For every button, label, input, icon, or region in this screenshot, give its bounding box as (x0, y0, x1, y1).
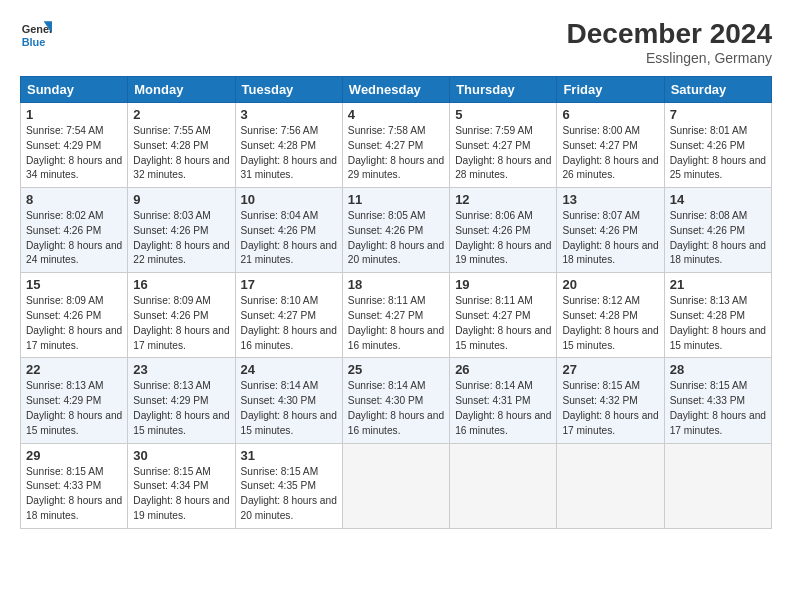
sunrise: Sunrise: 8:15 AM (670, 380, 748, 391)
day-number: 9 (133, 192, 229, 207)
sunset: Sunset: 4:26 PM (348, 225, 423, 236)
title-block: December 2024 Esslingen, Germany (567, 18, 772, 66)
daylight: Daylight: 8 hours and 18 minutes. (26, 495, 122, 521)
daylight: Daylight: 8 hours and 20 minutes. (241, 495, 337, 521)
day-number: 21 (670, 277, 766, 292)
calendar-table: Sunday Monday Tuesday Wednesday Thursday… (20, 76, 772, 529)
sunset: Sunset: 4:32 PM (562, 395, 637, 406)
calendar-week-row: 15 Sunrise: 8:09 AM Sunset: 4:26 PM Dayl… (21, 273, 772, 358)
table-row: 27 Sunrise: 8:15 AM Sunset: 4:32 PM Dayl… (557, 358, 664, 443)
table-row: 23 Sunrise: 8:13 AM Sunset: 4:29 PM Dayl… (128, 358, 235, 443)
table-row: 14 Sunrise: 8:08 AM Sunset: 4:26 PM Dayl… (664, 188, 771, 273)
day-number: 14 (670, 192, 766, 207)
daylight: Daylight: 8 hours and 15 minutes. (26, 410, 122, 436)
sunrise: Sunrise: 8:13 AM (670, 295, 748, 306)
daylight: Daylight: 8 hours and 28 minutes. (455, 155, 551, 181)
sunrise: Sunrise: 8:13 AM (26, 380, 104, 391)
calendar-week-row: 8 Sunrise: 8:02 AM Sunset: 4:26 PM Dayli… (21, 188, 772, 273)
daylight: Daylight: 8 hours and 15 minutes. (455, 325, 551, 351)
sunset: Sunset: 4:27 PM (241, 310, 316, 321)
day-info: Sunrise: 8:14 AM Sunset: 4:30 PM Dayligh… (241, 379, 337, 438)
daylight: Daylight: 8 hours and 31 minutes. (241, 155, 337, 181)
day-number: 17 (241, 277, 337, 292)
sunrise: Sunrise: 8:02 AM (26, 210, 104, 221)
daylight: Daylight: 8 hours and 17 minutes. (26, 325, 122, 351)
sunset: Sunset: 4:35 PM (241, 480, 316, 491)
sunset: Sunset: 4:30 PM (348, 395, 423, 406)
day-info: Sunrise: 8:15 AM Sunset: 4:33 PM Dayligh… (26, 465, 122, 524)
day-number: 23 (133, 362, 229, 377)
day-number: 25 (348, 362, 444, 377)
day-number: 26 (455, 362, 551, 377)
sunset: Sunset: 4:28 PM (241, 140, 316, 151)
location: Esslingen, Germany (567, 50, 772, 66)
sunset: Sunset: 4:26 PM (562, 225, 637, 236)
day-info: Sunrise: 8:00 AM Sunset: 4:27 PM Dayligh… (562, 124, 658, 183)
sunset: Sunset: 4:27 PM (348, 310, 423, 321)
daylight: Daylight: 8 hours and 16 minutes. (455, 410, 551, 436)
sunrise: Sunrise: 7:55 AM (133, 125, 211, 136)
sunset: Sunset: 4:26 PM (133, 310, 208, 321)
sunrise: Sunrise: 8:04 AM (241, 210, 319, 221)
daylight: Daylight: 8 hours and 25 minutes. (670, 155, 766, 181)
day-number: 18 (348, 277, 444, 292)
sunrise: Sunrise: 8:09 AM (133, 295, 211, 306)
daylight: Daylight: 8 hours and 18 minutes. (670, 240, 766, 266)
daylight: Daylight: 8 hours and 29 minutes. (348, 155, 444, 181)
sunrise: Sunrise: 8:11 AM (455, 295, 533, 306)
sunset: Sunset: 4:29 PM (133, 395, 208, 406)
sunset: Sunset: 4:26 PM (26, 310, 101, 321)
sunset: Sunset: 4:34 PM (133, 480, 208, 491)
day-number: 30 (133, 448, 229, 463)
table-row: 22 Sunrise: 8:13 AM Sunset: 4:29 PM Dayl… (21, 358, 128, 443)
sunset: Sunset: 4:28 PM (133, 140, 208, 151)
table-row: 6 Sunrise: 8:00 AM Sunset: 4:27 PM Dayli… (557, 103, 664, 188)
day-info: Sunrise: 8:15 AM Sunset: 4:34 PM Dayligh… (133, 465, 229, 524)
daylight: Daylight: 8 hours and 15 minutes. (241, 410, 337, 436)
day-info: Sunrise: 8:15 AM Sunset: 4:32 PM Dayligh… (562, 379, 658, 438)
sunrise: Sunrise: 8:07 AM (562, 210, 640, 221)
table-row (450, 443, 557, 528)
sunrise: Sunrise: 8:14 AM (348, 380, 426, 391)
header-friday: Friday (557, 77, 664, 103)
sunrise: Sunrise: 7:58 AM (348, 125, 426, 136)
sunrise: Sunrise: 7:54 AM (26, 125, 104, 136)
table-row: 17 Sunrise: 8:10 AM Sunset: 4:27 PM Dayl… (235, 273, 342, 358)
day-info: Sunrise: 8:06 AM Sunset: 4:26 PM Dayligh… (455, 209, 551, 268)
header-tuesday: Tuesday (235, 77, 342, 103)
day-info: Sunrise: 8:09 AM Sunset: 4:26 PM Dayligh… (133, 294, 229, 353)
sunrise: Sunrise: 7:56 AM (241, 125, 319, 136)
day-number: 28 (670, 362, 766, 377)
day-number: 27 (562, 362, 658, 377)
table-row: 24 Sunrise: 8:14 AM Sunset: 4:30 PM Dayl… (235, 358, 342, 443)
day-number: 13 (562, 192, 658, 207)
sunrise: Sunrise: 8:06 AM (455, 210, 533, 221)
day-info: Sunrise: 8:10 AM Sunset: 4:27 PM Dayligh… (241, 294, 337, 353)
daylight: Daylight: 8 hours and 16 minutes. (348, 410, 444, 436)
table-row: 7 Sunrise: 8:01 AM Sunset: 4:26 PM Dayli… (664, 103, 771, 188)
sunset: Sunset: 4:33 PM (670, 395, 745, 406)
sunrise: Sunrise: 8:12 AM (562, 295, 640, 306)
day-number: 15 (26, 277, 122, 292)
daylight: Daylight: 8 hours and 17 minutes. (562, 410, 658, 436)
sunset: Sunset: 4:30 PM (241, 395, 316, 406)
sunset: Sunset: 4:27 PM (455, 310, 530, 321)
daylight: Daylight: 8 hours and 16 minutes. (241, 325, 337, 351)
header-thursday: Thursday (450, 77, 557, 103)
sunrise: Sunrise: 8:14 AM (241, 380, 319, 391)
day-number: 19 (455, 277, 551, 292)
table-row: 25 Sunrise: 8:14 AM Sunset: 4:30 PM Dayl… (342, 358, 449, 443)
sunset: Sunset: 4:27 PM (455, 140, 530, 151)
daylight: Daylight: 8 hours and 17 minutes. (133, 325, 229, 351)
table-row: 29 Sunrise: 8:15 AM Sunset: 4:33 PM Dayl… (21, 443, 128, 528)
day-info: Sunrise: 8:14 AM Sunset: 4:30 PM Dayligh… (348, 379, 444, 438)
day-number: 7 (670, 107, 766, 122)
logo: General Blue (20, 18, 52, 50)
sunrise: Sunrise: 8:13 AM (133, 380, 211, 391)
sunrise: Sunrise: 8:03 AM (133, 210, 211, 221)
table-row: 30 Sunrise: 8:15 AM Sunset: 4:34 PM Dayl… (128, 443, 235, 528)
calendar-week-row: 29 Sunrise: 8:15 AM Sunset: 4:33 PM Dayl… (21, 443, 772, 528)
day-info: Sunrise: 8:09 AM Sunset: 4:26 PM Dayligh… (26, 294, 122, 353)
day-info: Sunrise: 7:55 AM Sunset: 4:28 PM Dayligh… (133, 124, 229, 183)
day-number: 29 (26, 448, 122, 463)
